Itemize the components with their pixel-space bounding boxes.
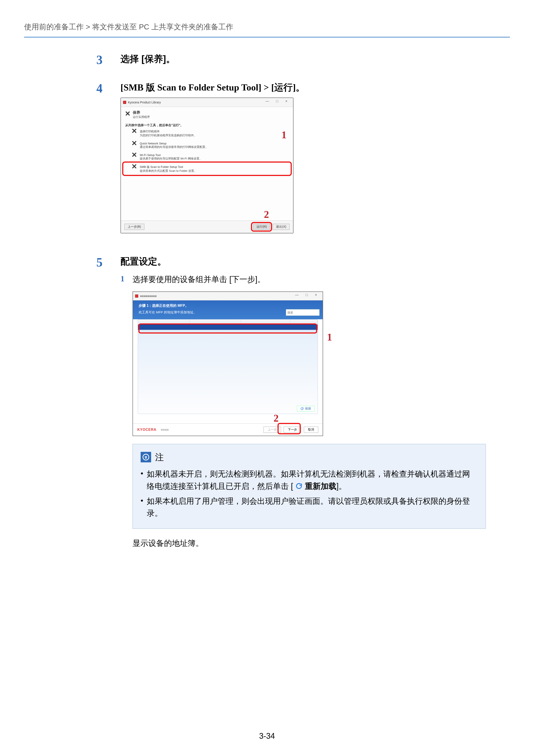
step-3: 3 选择 [保养]。 — [96, 53, 486, 66]
tool-icon — [132, 153, 137, 158]
refresh-icon — [300, 407, 304, 410]
tool-item[interactable]: 选择打印机组件 为您的打印机驱动程序安装选购的打印组件。 — [125, 127, 289, 140]
wizard-step-title: 步骤 1：选择正在使用的 MFP。 — [139, 304, 317, 308]
note-title: 注 — [155, 450, 164, 464]
substep-number: 1 — [120, 274, 133, 284]
back-button[interactable]: 上一步(B) — [124, 224, 144, 230]
step-number: 4 — [96, 81, 120, 94]
substep-1: 1 选择要使用的设备组并单击 [下一步]。 — [120, 274, 486, 285]
tool-item-title: Quick Network Setup — [140, 142, 208, 145]
highlight-box-1 — [139, 323, 317, 334]
window-controls[interactable]: — □ × — [295, 293, 320, 297]
tool-item[interactable]: Wi-Fi Setup Tool 提供易于使用的向导以帮助配置 Wi-Fi 网络… — [125, 151, 289, 163]
tool-item[interactable]: Quick Network Setup 通过简单易用的向导提供最常用的打印网络设… — [125, 140, 289, 151]
refresh-button[interactable]: 刷新 — [297, 406, 315, 412]
search-input[interactable] — [286, 309, 319, 316]
step-number: 5 — [96, 255, 120, 268]
wrench-icon — [125, 112, 130, 117]
step-5: 5 配置设定。 1 选择要使用的设备组并单击 [下一步]。 ■■■■■■■■■ — [96, 255, 486, 549]
exit-button[interactable]: 退出(X) — [273, 224, 290, 230]
window-title: ■■■■■■■■■ — [140, 294, 157, 298]
step-4: 4 [SMB 版 Scan to Folder Setup Tool] > [运… — [96, 81, 486, 233]
window-controls[interactable]: — □ × — [266, 99, 291, 103]
callout-1: 1 — [327, 331, 332, 343]
step-4-heading: [SMB 版 Scan to Folder Setup Tool] > [运行]… — [120, 81, 486, 94]
callout-2: 2 — [273, 412, 279, 424]
device-list: 刷新 — [138, 319, 318, 414]
highlight-box-1 — [122, 161, 292, 176]
post-note-text: 显示设备的地址簿。 — [133, 538, 486, 549]
cancel-button[interactable]: 取消 — [304, 427, 318, 433]
step-5-heading: 配置设定。 — [120, 255, 486, 268]
highlight-box-2 — [277, 423, 301, 434]
substep-text: 选择要使用的设备组并单击 [下一步]。 — [133, 274, 486, 285]
list-intro: 从列表中选择一个工具，然后单击"运行"。 — [125, 123, 289, 127]
app-logo-icon — [123, 101, 126, 104]
page-number: 3-34 — [0, 731, 534, 741]
note-bullet-2: 如果本机启用了用户管理，则会出现用户验证画面。请以管理员权限或具备执行权限的身份… — [140, 495, 478, 520]
callout-2: 2 — [264, 209, 269, 220]
tool-item-desc: 为您的打印机驱动程序安装选购的打印组件。 — [140, 133, 197, 137]
step-number: 3 — [96, 53, 120, 66]
section-subtitle: 运行实用程序 — [133, 115, 150, 119]
note-bullet-1: 如果机器未开启，则无法检测到机器。如果计算机无法检测到机器，请检查并确认机器通过… — [140, 468, 478, 492]
tool-item-desc: 通过简单易用的向导提供最常用的打印网络设置配置。 — [140, 145, 208, 149]
tool-item-desc: 提供易于使用的向导以帮助配置 Wi-Fi 网络设置。 — [140, 157, 202, 161]
reload-icon — [295, 482, 303, 490]
tool-icon — [132, 129, 137, 134]
callout-1: 1 — [281, 129, 287, 141]
screenshot-product-library: Kyocera Product Library — □ × 保养 运行实用程序 … — [120, 97, 293, 233]
step-3-heading: 选择 [保养]。 — [120, 53, 486, 65]
breadcrumb: 使用前的准备工作 > 将文件发送至 PC 上共享文件夹的准备工作 — [24, 22, 510, 38]
screenshot-setup-wizard: ■■■■■■■■■ — □ × 步骤 1：选择正在使用的 MFP。 此工具可在 … — [133, 291, 330, 436]
tool-item-title: 选择打印机组件 — [140, 129, 197, 133]
note-icon — [140, 452, 151, 462]
highlight-box-2 — [251, 222, 272, 231]
note-box: 注 如果机器未开启，则无法检测到机器。如果计算机无法检测到机器，请检查并确认机器… — [133, 444, 486, 529]
section-title: 保养 — [133, 110, 150, 115]
tool-item-title: Wi-Fi Setup Tool — [140, 153, 202, 157]
window-title: Kyocera Product Library — [128, 100, 161, 104]
app-logo-icon — [135, 294, 138, 298]
tool-icon — [132, 142, 137, 147]
brand-logo: KYOCERA — [137, 428, 156, 432]
